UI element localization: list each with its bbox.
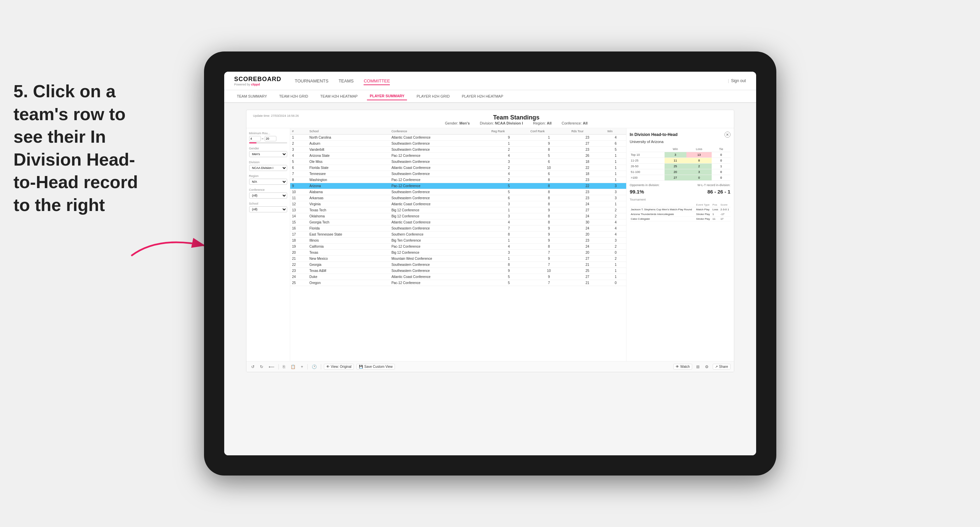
cell-reg: 1 [489,256,528,262]
cell-reg: 3 [489,159,528,165]
cell-reg: 5 [489,280,528,286]
table-row[interactable]: 10 Alabama Southeastern Conference 5 8 2… [290,189,626,195]
cell-conference: Atlantic Coast Conference [390,201,490,207]
cell-conference: Southeastern Conference [390,195,490,201]
h2h-range: Top 10 [630,152,665,158]
table-row[interactable]: 21 New Mexico Mountain West Conference 1… [290,256,626,262]
cell-num: 17 [290,232,308,238]
cell-conference: Southeastern Conference [390,141,490,147]
cell-win: 1 [605,274,626,280]
sub-nav-team-h2h-heatmap[interactable]: TEAM H2H HEATMAP [317,92,360,100]
table-row[interactable]: 13 Texas Tech Big 12 Conference 1 9 27 2 [290,207,626,213]
table-row[interactable]: 12 Virginia Atlantic Coast Conference 3 … [290,201,626,207]
watch-button[interactable]: 👁 Watch [673,364,692,370]
cell-reg: 3 [489,250,528,256]
paste-button[interactable]: 📋 [289,364,297,370]
tourn-score: 2-3-0 1 [719,207,730,212]
table-row[interactable]: 23 Texas A&M Southeastern Conference 9 1… [290,268,626,274]
table-row[interactable]: 17 East Tennessee State Southern Confere… [290,232,626,238]
cell-win: 3 [605,183,626,189]
table-row[interactable]: 22 Georgia Southeastern Conference 8 7 2… [290,262,626,268]
share-button[interactable]: ↗ Share [713,364,730,370]
nav-teams[interactable]: TEAMS [339,77,354,85]
annotation-text: 5. Click on a team's row to see their In… [13,80,142,217]
tourn-type: Stroke Play [695,217,712,221]
cell-num: 15 [290,219,308,225]
view-original-button[interactable]: 👁 View: Original [324,364,354,370]
cell-reg: 2 [489,177,528,183]
cell-win: 1 [605,201,626,207]
copy-button[interactable]: ⎘ [282,364,286,370]
conference-filter-label: Conference [249,188,287,192]
table-row[interactable]: 2 Auburn Southeastern Conference 1 9 27 … [290,141,626,147]
cell-rds: 27 [569,256,605,262]
nav-tournaments[interactable]: TOURNAMENTS [295,77,329,85]
cell-rds: 24 [569,225,605,232]
table-row[interactable]: 20 Texas Big 12 Conference 3 7 20 0 [290,250,626,256]
clock-button[interactable]: 🕐 [310,364,318,370]
cell-school: New Mexico [307,256,390,262]
region-filter-select[interactable]: N/A [249,179,287,185]
table-row[interactable]: 3 Vanderbilt Southeastern Conference 2 8… [290,147,626,153]
col-rds: Rds Tour [569,128,605,135]
school-filter-select[interactable]: (All) [249,206,287,212]
undo-button[interactable]: ↺ [250,364,256,370]
cell-num: 10 [290,189,308,195]
cell-conference: Pac-12 Conference [390,153,490,159]
division-filter-select[interactable]: NCAA Division I NCAA Division II NCAA Di… [249,165,287,171]
cell-num: 5 [290,159,308,165]
cell-reg: 4 [489,244,528,250]
cell-conf: 5 [528,153,570,159]
cell-reg: 7 [489,225,528,232]
sign-out-link[interactable]: Sign out [731,78,746,83]
table-row[interactable]: 7 Tennessee Southeastern Conference 4 6 … [290,171,626,177]
sub-nav-team-h2h-grid[interactable]: TEAM H2H GRID [277,92,311,100]
table-row[interactable]: 16 Florida Southeastern Conference 7 9 2… [290,225,626,232]
table-row[interactable]: 24 Duke Atlantic Coast Conference 5 9 27… [290,274,626,280]
cell-win: 1 [605,268,626,274]
sub-nav-player-h2h-heatmap[interactable]: PLAYER H2H HEATMAP [459,92,506,100]
share-label: Share [719,365,728,368]
redo-button[interactable]: ↻ [259,364,265,370]
sub-nav-player-summary[interactable]: PLAYER SUMMARY [367,92,407,100]
grid-button[interactable]: ⊞ [695,364,701,370]
save-custom-button[interactable]: 💾 Save Custom View [356,364,395,370]
cell-rds: 24 [569,244,605,250]
table-row[interactable]: 18 Illinois Big Ten Conference 1 9 23 3 [290,238,626,244]
cell-reg: 9 [489,268,528,274]
cell-conf: 9 [528,141,570,147]
cell-win: 4 [605,225,626,232]
cell-school: Vanderbilt [307,147,390,153]
sub-nav-team-summary[interactable]: TEAM SUMMARY [234,92,270,100]
table-row[interactable]: 15 Georgia Tech Atlantic Coast Conferenc… [290,219,626,225]
back-button[interactable]: ⟵ [267,364,276,370]
add-button[interactable]: + [300,364,305,370]
table-row[interactable]: 14 Oklahoma Big 12 Conference 3 8 24 2 [290,213,626,219]
sub-nav-player-h2h-grid[interactable]: PLAYER H2H GRID [414,92,452,100]
table-row[interactable]: 19 California Pac-12 Conference 4 8 24 2 [290,244,626,250]
table-row[interactable]: 11 Arkansas Southeastern Conference 6 8 … [290,195,626,201]
cell-num: 22 [290,262,308,268]
h2h-close-button[interactable]: ✕ [724,132,730,138]
min-rou-input[interactable] [249,136,261,141]
cell-rds: 24 [569,213,605,219]
cell-conference: Southeastern Conference [390,171,490,177]
table-row[interactable]: 5 Ole Miss Southeastern Conference 3 6 1… [290,159,626,165]
nav-committee[interactable]: COMMITTEE [364,77,390,85]
conference-filter-select[interactable]: (All) [249,192,287,198]
cell-win: 2 [605,207,626,213]
table-row[interactable]: 6 Florida State Atlantic Coast Conferenc… [290,165,626,171]
h2h-row: Top 10 3 13 0 [630,152,730,158]
cell-conference: Atlantic Coast Conference [390,219,490,225]
gender-filter-select[interactable]: Men's Women's [249,151,287,157]
h2h-win: 25 [665,163,686,169]
table-row[interactable]: 8 Washington Pac-12 Conference 2 8 23 1 [290,177,626,183]
col-reg-rank: Reg Rank [489,128,528,135]
h2h-win: 20 [665,169,686,175]
max-rou-input[interactable] [265,136,277,141]
settings-button[interactable]: ⚙ [703,364,710,370]
table-row[interactable]: 9 Arizona Pac-12 Conference 5 8 22 3 [290,183,626,189]
table-row[interactable]: 25 Oregon Pac-12 Conference 5 7 21 0 [290,280,626,286]
table-row[interactable]: 1 North Carolina Atlantic Coast Conferen… [290,135,626,141]
table-row[interactable]: 4 Arizona State Pac-12 Conference 4 5 26… [290,153,626,159]
